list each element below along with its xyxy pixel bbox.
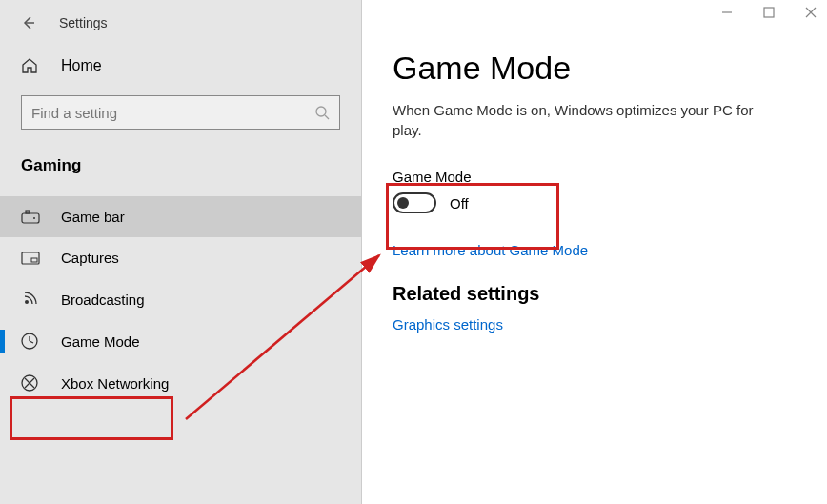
home-icon (21, 57, 42, 74)
game-mode-icon (21, 333, 42, 350)
sidebar-item-xbox-networking[interactable]: Xbox Networking (0, 362, 361, 404)
svg-rect-5 (31, 258, 37, 262)
sidebar-item-broadcasting[interactable]: Broadcasting (0, 278, 361, 320)
svg-point-0 (316, 107, 326, 116)
related-settings-header: Related settings (393, 283, 797, 305)
search-icon (314, 105, 330, 120)
svg-point-6 (25, 300, 29, 304)
xbox-icon (21, 374, 42, 392)
toggle-state: Off (450, 195, 469, 212)
graphics-settings-link[interactable]: Graphics settings (393, 316, 797, 333)
sidebar-item-captures[interactable]: Captures (0, 237, 361, 278)
game-mode-toggle[interactable] (393, 192, 436, 213)
sidebar: Settings Home Gaming Game bar Captures (0, 0, 362, 504)
svg-rect-1 (22, 213, 39, 223)
svg-point-3 (33, 217, 35, 219)
search-box[interactable] (21, 95, 340, 130)
page-description: When Game Mode is on, Windows optimizes … (393, 100, 783, 140)
main-content: Game Mode When Game Mode is on, Windows … (362, 0, 827, 504)
sidebar-item-label: Captures (61, 250, 119, 266)
titlebar-title: Settings (59, 15, 108, 30)
svg-rect-2 (26, 211, 30, 213)
toggle-knob-icon (397, 197, 409, 209)
category-header: Gaming (0, 147, 361, 196)
titlebar: Settings (0, 0, 361, 46)
back-button[interactable] (19, 13, 38, 32)
minimize-button[interactable] (720, 6, 734, 19)
sidebar-item-game-bar[interactable]: Game bar (0, 196, 361, 237)
back-arrow-icon (21, 15, 36, 30)
sidebar-item-label: Game Mode (61, 333, 140, 350)
sidebar-item-home[interactable]: Home (0, 46, 361, 86)
window-controls (720, 6, 817, 19)
sidebar-item-game-mode[interactable]: Game Mode (0, 320, 361, 362)
game-bar-icon (21, 210, 42, 225)
sidebar-item-label: Broadcasting (61, 292, 145, 308)
maximize-button[interactable] (762, 6, 776, 19)
close-button[interactable] (804, 6, 817, 19)
search-input[interactable] (31, 105, 314, 121)
sidebar-item-label: Xbox Networking (61, 375, 169, 392)
sidebar-item-label: Game bar (61, 209, 125, 225)
page-title: Game Mode (393, 50, 797, 87)
captures-icon (21, 251, 42, 266)
svg-rect-9 (764, 8, 774, 17)
sidebar-item-label: Home (61, 57, 102, 74)
learn-more-link[interactable]: Learn more about Game Mode (393, 242, 797, 258)
broadcasting-icon (21, 291, 42, 308)
toggle-label: Game Mode (393, 169, 797, 185)
